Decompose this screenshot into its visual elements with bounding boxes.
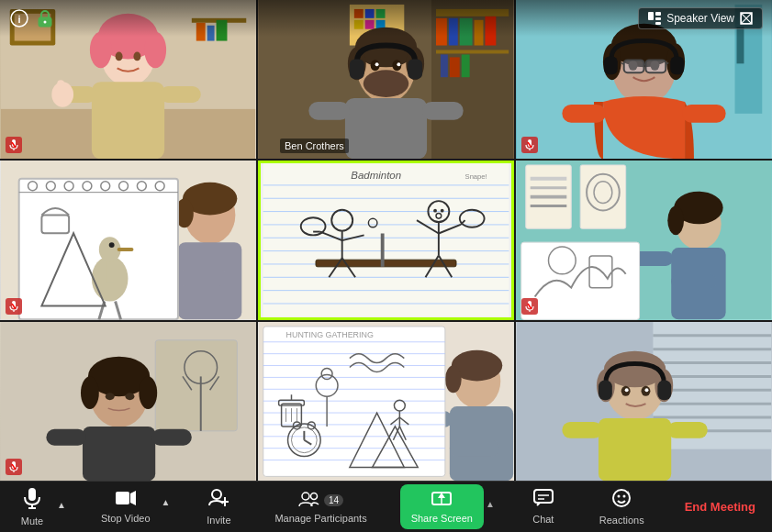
- top-bar: i Speaker View: [0, 0, 772, 37]
- svg-point-110: [109, 242, 115, 248]
- svg-point-20: [116, 51, 123, 61]
- mute-group: Mute ▲: [9, 483, 68, 530]
- share-screen-button[interactable]: Share Screen: [400, 484, 484, 529]
- participant-cell-4: [0, 161, 256, 319]
- video-icon: [115, 490, 137, 510]
- svg-rect-254: [562, 422, 602, 438]
- svg-rect-7: [655, 22, 661, 25]
- svg-rect-247: [599, 380, 612, 400]
- info-icon[interactable]: i: [9, 8, 29, 28]
- top-left-icons: i: [9, 8, 55, 28]
- svg-rect-63: [422, 102, 464, 120]
- svg-point-252: [644, 388, 648, 392]
- svg-rect-82: [682, 105, 726, 123]
- svg-rect-256: [28, 488, 36, 501]
- svg-rect-77: [645, 60, 666, 72]
- svg-text:HUNTING GATHERING: HUNTING GATHERING: [286, 329, 374, 338]
- stop-video-group: Stop Video ▲: [92, 486, 173, 527]
- svg-rect-186: [151, 429, 192, 446]
- svg-point-59: [397, 62, 400, 66]
- svg-rect-255: [667, 422, 708, 438]
- svg-point-139: [433, 209, 437, 213]
- svg-point-58: [375, 62, 379, 66]
- svg-point-140: [441, 209, 444, 213]
- svg-rect-259: [116, 492, 129, 504]
- svg-point-21: [133, 51, 140, 61]
- video-chevron[interactable]: ▲: [160, 493, 173, 511]
- svg-point-162: [667, 206, 684, 236]
- svg-point-3: [44, 21, 47, 24]
- svg-rect-42: [462, 54, 470, 77]
- reactions-icon: +: [611, 488, 632, 512]
- svg-text:i: i: [17, 14, 20, 25]
- svg-rect-41: [450, 57, 460, 77]
- invite-button[interactable]: Invite: [196, 484, 241, 529]
- svg-rect-54: [350, 59, 364, 79]
- svg-rect-116: [263, 163, 509, 316]
- participant-cell-6: [516, 161, 772, 319]
- share-screen-icon: [431, 490, 452, 510]
- svg-rect-4: [648, 12, 654, 20]
- svg-point-182: [106, 393, 115, 400]
- svg-rect-166: [521, 242, 640, 319]
- chat-icon: [533, 489, 554, 511]
- chat-button[interactable]: Chat: [520, 485, 566, 528]
- svg-rect-269: [534, 490, 553, 503]
- svg-point-180: [81, 376, 99, 409]
- svg-rect-5: [655, 12, 661, 16]
- mute-indicator-7: [6, 459, 22, 475]
- mute-indicator-6: [521, 298, 538, 315]
- manage-participants-button[interactable]: 14 Manage Participants: [265, 487, 375, 527]
- svg-rect-22: [92, 82, 164, 159]
- reactions-button[interactable]: + Reactions: [590, 484, 654, 529]
- share-screen-label: Share Screen: [411, 513, 473, 524]
- mute-button[interactable]: Mute: [9, 483, 55, 530]
- svg-point-264: [302, 493, 309, 500]
- svg-point-183: [126, 393, 135, 400]
- stop-video-label: Stop Video: [101, 513, 151, 524]
- svg-point-19: [144, 32, 166, 69]
- svg-rect-40: [441, 54, 448, 77]
- invite-icon: [208, 488, 229, 512]
- participant-cell-7: [0, 322, 256, 481]
- svg-point-181: [139, 376, 157, 409]
- svg-point-273: [618, 495, 621, 498]
- stop-video-button[interactable]: Stop Video: [92, 486, 160, 527]
- mute-label: Mute: [21, 515, 43, 526]
- svg-rect-62: [308, 102, 350, 120]
- svg-rect-93: [19, 179, 178, 320]
- svg-rect-76: [624, 60, 644, 72]
- svg-point-60: [364, 70, 409, 97]
- svg-marker-260: [130, 491, 136, 505]
- svg-rect-55: [408, 59, 422, 79]
- svg-text:Badminton: Badminton: [351, 171, 401, 182]
- svg-point-265: [310, 493, 317, 499]
- mute-indicator-4: [6, 298, 22, 315]
- svg-rect-26: [57, 80, 64, 94]
- chat-label: Chat: [532, 514, 554, 525]
- svg-rect-253: [599, 418, 671, 481]
- share-screen-group: Share Screen ▲: [400, 484, 497, 529]
- participant-cell-5: Badminton Snape!: [258, 161, 514, 319]
- manage-participants-group[interactable]: 14 Manage Participants: [265, 487, 375, 527]
- lock-icon[interactable]: [35, 8, 55, 28]
- mute-indicator-3: [521, 137, 538, 153]
- svg-rect-6: [655, 17, 661, 20]
- svg-rect-197: [263, 327, 445, 476]
- svg-point-251: [625, 388, 629, 392]
- svg-rect-72: [604, 56, 618, 74]
- svg-rect-128: [381, 234, 385, 267]
- mute-indicator-1: [6, 137, 22, 153]
- share-chevron[interactable]: ▲: [484, 495, 497, 513]
- speaker-view-button[interactable]: Speaker View: [638, 7, 763, 29]
- svg-point-193: [445, 365, 462, 393]
- participants-icon: [298, 491, 320, 511]
- end-meeting-button[interactable]: End Meeting: [677, 496, 763, 517]
- svg-rect-61: [345, 98, 427, 159]
- mute-chevron[interactable]: ▲: [55, 496, 68, 514]
- svg-rect-109: [117, 248, 134, 251]
- svg-rect-92: [178, 270, 228, 286]
- participant-name-2: Ben Crothers: [280, 139, 349, 153]
- svg-rect-39: [436, 50, 509, 53]
- manage-participants-label: Manage Participants: [274, 513, 366, 524]
